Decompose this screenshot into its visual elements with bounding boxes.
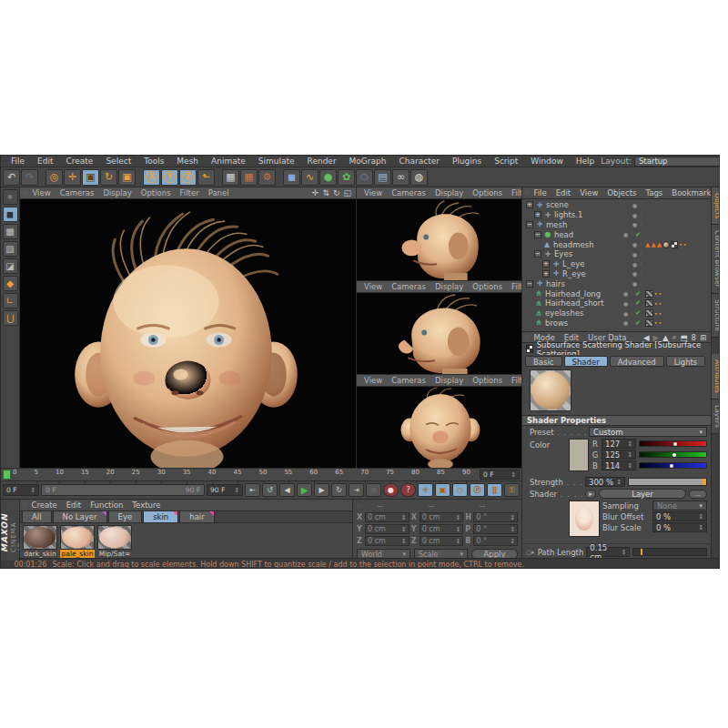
layout-dropdown[interactable]: Startup▾ xyxy=(634,157,720,167)
hair-material-tag-icon[interactable] xyxy=(645,319,653,327)
tree-item-hairhead-long[interactable]: ⋔ Hairhead_long ●∶✔ •• xyxy=(522,288,711,298)
material-preview[interactable] xyxy=(97,525,132,550)
vp-menu-options[interactable]: Options xyxy=(136,188,176,197)
key-position-button[interactable]: ✛ xyxy=(418,483,433,497)
goto-start-button[interactable]: ⇤ xyxy=(245,483,260,497)
mat-menu-texture[interactable]: Texture xyxy=(127,500,165,510)
add-deformer-button[interactable]: ⬭ xyxy=(356,169,373,186)
make-editable-button[interactable]: ⚫ xyxy=(3,189,18,205)
vp-menu-cameras[interactable]: Cameras xyxy=(56,188,99,197)
vp-menu-view[interactable]: View xyxy=(359,376,387,385)
vp-menu-options[interactable]: Options xyxy=(468,282,507,291)
rot-b-field[interactable]: 0 °↕ xyxy=(473,536,518,546)
menu-mesh[interactable]: Mesh xyxy=(170,157,205,166)
side-tab-objects[interactable]: Objects xyxy=(712,187,721,225)
lock-x-axis-button[interactable]: X xyxy=(143,169,160,186)
menu-file[interactable]: File xyxy=(5,157,31,166)
rot-p-field[interactable]: 0 °↕ xyxy=(473,524,518,534)
expander-icon[interactable]: + xyxy=(526,201,533,208)
panel-grip-icon[interactable]: ∷ xyxy=(23,189,26,197)
tab-advanced[interactable]: Advanced xyxy=(610,356,664,367)
path-length-slider[interactable] xyxy=(632,548,707,556)
vp-menu-cameras[interactable]: Cameras xyxy=(387,376,430,385)
key-circle-icon[interactable]: ○▸ xyxy=(526,549,535,556)
move-tool-button[interactable]: ✛ xyxy=(64,169,81,186)
material-dark-skin[interactable]: dark_skin xyxy=(23,525,57,559)
vp-menu-options[interactable]: Options xyxy=(468,188,507,197)
add-hypernurbs-button[interactable]: ● xyxy=(319,169,337,186)
menu-render[interactable]: Render xyxy=(301,157,343,166)
viewport-perspective[interactable]: ∷ View Cameras Display Options Filter Pa… xyxy=(20,187,357,468)
tree-item-l-eye[interactable]: + ✛ L_eye ●∶ xyxy=(522,259,711,269)
tab-lights[interactable]: Lights xyxy=(666,356,706,367)
goto-end-button[interactable]: ⇥ xyxy=(349,483,364,497)
om-menu-tags[interactable]: Tags xyxy=(641,188,667,197)
sound-button[interactable]: ◎ xyxy=(366,483,381,497)
tree-item-r-eye[interactable]: + ✛ R_eye ●∶ xyxy=(522,269,711,279)
add-array-button[interactable]: ✿ xyxy=(338,169,355,186)
add-spline-button[interactable]: ∿ xyxy=(301,169,318,186)
menu-help[interactable]: Help xyxy=(570,157,602,166)
vertex-tag-icon[interactable]: •• xyxy=(654,290,662,297)
tab-eye[interactable]: Eye xyxy=(108,511,143,522)
start-frame-field[interactable]: 0 F↕ xyxy=(3,484,39,496)
strength-slider[interactable] xyxy=(628,478,707,486)
vertex-tag-icon[interactable]: •• xyxy=(654,300,662,307)
channel-r-field[interactable]: 127↕ xyxy=(602,439,636,449)
next-frame-button[interactable]: ▶ xyxy=(314,483,329,497)
vp-rotate-icon[interactable]: ↻ xyxy=(331,188,342,197)
expander-icon[interactable]: − xyxy=(526,221,533,228)
polygon-mode-button[interactable]: ◆ xyxy=(3,276,18,291)
hair-material-tag-icon[interactable] xyxy=(645,299,653,307)
tree-item-mesh[interactable]: − ✛ mesh ●∶ xyxy=(522,220,711,230)
uvw-tag-icon[interactable]: ▲ xyxy=(651,241,655,248)
current-frame-field[interactable]: 0 F↕ xyxy=(480,470,520,480)
vp-menu-options[interactable]: Options xyxy=(468,376,507,385)
shader-properties-header[interactable]: Shader Properties xyxy=(522,415,711,426)
menu-mograph[interactable]: MoGraph xyxy=(343,157,393,166)
tab-skin[interactable]: skin xyxy=(143,511,178,522)
material-preview[interactable] xyxy=(23,525,57,550)
path-length-field[interactable]: 0.15 cm↕ xyxy=(586,547,630,557)
om-menu-edit[interactable]: Edit xyxy=(551,188,575,197)
vertex-tag-icon[interactable]: •• xyxy=(654,310,662,317)
shader-layer-button[interactable]: Layer xyxy=(599,489,686,499)
key-scale-button[interactable]: ▣ xyxy=(435,483,450,497)
pos-y-field[interactable]: 0 cm↕ xyxy=(365,524,410,534)
key-rotation-button[interactable]: ○ xyxy=(452,483,468,497)
tab-no-layer[interactable]: No Layer xyxy=(53,511,107,522)
tree-item-lights[interactable]: + ✛ lights.1 ●∶ xyxy=(522,210,711,220)
coordinate-system-button[interactable]: ⬑ xyxy=(197,169,215,186)
texture-tag-icon[interactable] xyxy=(662,241,670,248)
color-swatch[interactable] xyxy=(569,439,589,471)
end-frame-field[interactable]: 90 F↕ xyxy=(207,484,243,496)
key-pla-button[interactable]: ⣿ xyxy=(487,483,502,497)
vp-move-icon[interactable]: ✛ xyxy=(310,188,321,197)
add-camera-button[interactable]: ∞ xyxy=(392,169,410,186)
shader-expand-button[interactable]: ▸ xyxy=(585,490,596,499)
axis-mode-button[interactable]: ∟ xyxy=(3,293,18,308)
menu-edit[interactable]: Edit xyxy=(31,157,59,166)
tree-item-hairs[interactable]: − ✛ hairs ●∶ xyxy=(522,278,711,288)
tab-all[interactable]: All xyxy=(22,511,52,522)
tab-shader[interactable]: Shader xyxy=(564,356,608,367)
frame-range-slider[interactable]: 0 F90 F xyxy=(41,484,205,496)
render-view-button[interactable]: ▦ xyxy=(222,169,239,186)
layer-texture-thumbnail[interactable] xyxy=(569,500,600,537)
expander-icon[interactable]: − xyxy=(534,231,541,238)
material-mip-sat[interactable]: Mip/Sat= xyxy=(97,525,132,559)
tree-item-eyelashes[interactable]: ⋔ eyelashes ●∶✔ •• xyxy=(522,308,711,318)
vp-maximize-icon[interactable]: ◱ xyxy=(341,188,353,197)
om-menu-view[interactable]: View xyxy=(575,188,602,197)
last-tool-button[interactable]: ▣ xyxy=(118,169,136,186)
tree-item-scene[interactable]: + ✛ scene ●∶ xyxy=(522,200,711,210)
mat-menu-edit[interactable]: Edit xyxy=(62,500,86,510)
undo-button[interactable]: ↶ xyxy=(3,169,20,186)
shader-preview-sphere[interactable] xyxy=(530,369,571,411)
menu-character[interactable]: Character xyxy=(392,157,445,166)
point-mode-button[interactable]: ▨ xyxy=(3,241,18,257)
vp-menu-view[interactable]: View xyxy=(359,188,387,197)
menu-plugins[interactable]: Plugins xyxy=(446,157,488,166)
timeline-current-marker[interactable] xyxy=(3,470,11,480)
add-cube-button[interactable]: ◼ xyxy=(283,169,300,186)
